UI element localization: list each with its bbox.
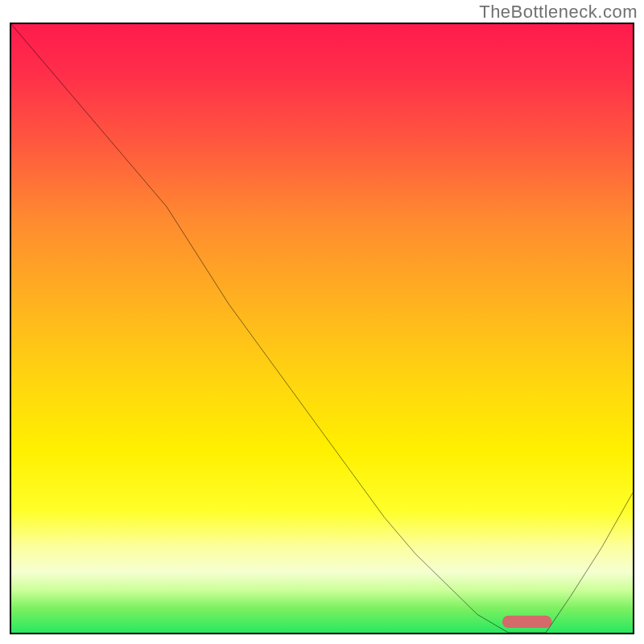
bottleneck-curve — [11, 24, 633, 633]
chart-container: TheBottleneck.com — [0, 0, 644, 644]
plot-area — [10, 23, 634, 634]
chart-svg — [11, 24, 633, 633]
watermark-text: TheBottleneck.com — [479, 2, 638, 23]
optimal-marker — [502, 616, 552, 628]
